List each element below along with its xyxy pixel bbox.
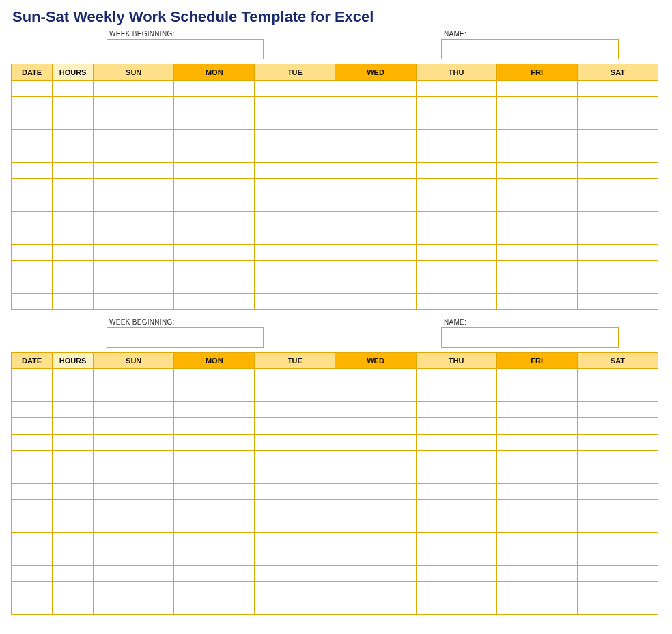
cell[interactable] <box>416 418 496 435</box>
cell[interactable] <box>174 500 255 516</box>
cell[interactable] <box>94 294 174 310</box>
cell[interactable] <box>335 451 416 467</box>
cell[interactable] <box>94 402 174 418</box>
week-beginning-input[interactable] <box>107 327 264 348</box>
cell[interactable] <box>255 113 335 130</box>
cell[interactable] <box>577 467 658 484</box>
cell[interactable] <box>335 294 416 310</box>
cell[interactable] <box>94 212 174 228</box>
cell[interactable] <box>12 598 53 615</box>
cell[interactable] <box>12 146 53 163</box>
cell[interactable] <box>577 385 658 402</box>
cell[interactable] <box>174 369 255 385</box>
cell[interactable] <box>53 418 94 435</box>
cell[interactable] <box>94 97 174 113</box>
cell[interactable] <box>577 402 658 418</box>
cell[interactable] <box>12 385 53 402</box>
cell[interactable] <box>255 402 335 418</box>
cell[interactable] <box>416 228 496 245</box>
cell[interactable] <box>174 402 255 418</box>
cell[interactable] <box>94 245 174 261</box>
cell[interactable] <box>53 97 94 113</box>
cell[interactable] <box>94 385 174 402</box>
cell[interactable] <box>94 566 174 582</box>
cell[interactable] <box>577 163 658 179</box>
cell[interactable] <box>174 261 255 277</box>
cell[interactable] <box>577 195 658 212</box>
cell[interactable] <box>335 582 416 598</box>
cell[interactable] <box>335 130 416 146</box>
cell[interactable] <box>335 228 416 245</box>
cell[interactable] <box>53 245 94 261</box>
cell[interactable] <box>12 294 53 310</box>
cell[interactable] <box>416 598 496 615</box>
cell[interactable] <box>416 294 496 310</box>
cell[interactable] <box>577 369 658 385</box>
cell[interactable] <box>94 435 174 451</box>
cell[interactable] <box>94 598 174 615</box>
cell[interactable] <box>12 369 53 385</box>
cell[interactable] <box>174 533 255 549</box>
cell[interactable] <box>255 582 335 598</box>
cell[interactable] <box>416 212 496 228</box>
cell[interactable] <box>335 566 416 582</box>
cell[interactable] <box>174 81 255 97</box>
cell[interactable] <box>416 582 496 598</box>
cell[interactable] <box>94 467 174 484</box>
cell[interactable] <box>12 113 53 130</box>
cell[interactable] <box>255 467 335 484</box>
cell[interactable] <box>496 451 577 467</box>
cell[interactable] <box>496 549 577 566</box>
cell[interactable] <box>335 385 416 402</box>
cell[interactable] <box>496 195 577 212</box>
cell[interactable] <box>335 402 416 418</box>
cell[interactable] <box>255 97 335 113</box>
cell[interactable] <box>12 402 53 418</box>
cell[interactable] <box>12 277 53 294</box>
cell[interactable] <box>255 598 335 615</box>
cell[interactable] <box>335 500 416 516</box>
cell[interactable] <box>255 228 335 245</box>
cell[interactable] <box>12 582 53 598</box>
cell[interactable] <box>12 549 53 566</box>
cell[interactable] <box>12 435 53 451</box>
cell[interactable] <box>577 113 658 130</box>
cell[interactable] <box>94 582 174 598</box>
cell[interactable] <box>53 500 94 516</box>
cell[interactable] <box>94 195 174 212</box>
cell[interactable] <box>255 245 335 261</box>
cell[interactable] <box>335 212 416 228</box>
cell[interactable] <box>255 500 335 516</box>
cell[interactable] <box>174 385 255 402</box>
cell[interactable] <box>174 179 255 195</box>
cell[interactable] <box>174 516 255 533</box>
cell[interactable] <box>416 435 496 451</box>
cell[interactable] <box>53 81 94 97</box>
cell[interactable] <box>496 81 577 97</box>
cell[interactable] <box>255 212 335 228</box>
cell[interactable] <box>577 245 658 261</box>
cell[interactable] <box>174 418 255 435</box>
cell[interactable] <box>12 533 53 549</box>
cell[interactable] <box>496 402 577 418</box>
cell[interactable] <box>335 598 416 615</box>
cell[interactable] <box>53 467 94 484</box>
cell[interactable] <box>335 484 416 500</box>
cell[interactable] <box>335 435 416 451</box>
cell[interactable] <box>255 294 335 310</box>
cell[interactable] <box>53 451 94 467</box>
cell[interactable] <box>577 516 658 533</box>
cell[interactable] <box>416 179 496 195</box>
cell[interactable] <box>577 598 658 615</box>
cell[interactable] <box>577 212 658 228</box>
cell[interactable] <box>12 467 53 484</box>
cell[interactable] <box>416 500 496 516</box>
cell[interactable] <box>174 435 255 451</box>
cell[interactable] <box>255 277 335 294</box>
cell[interactable] <box>496 179 577 195</box>
cell[interactable] <box>496 435 577 451</box>
cell[interactable] <box>496 97 577 113</box>
cell[interactable] <box>12 451 53 467</box>
cell[interactable] <box>416 130 496 146</box>
cell[interactable] <box>53 582 94 598</box>
